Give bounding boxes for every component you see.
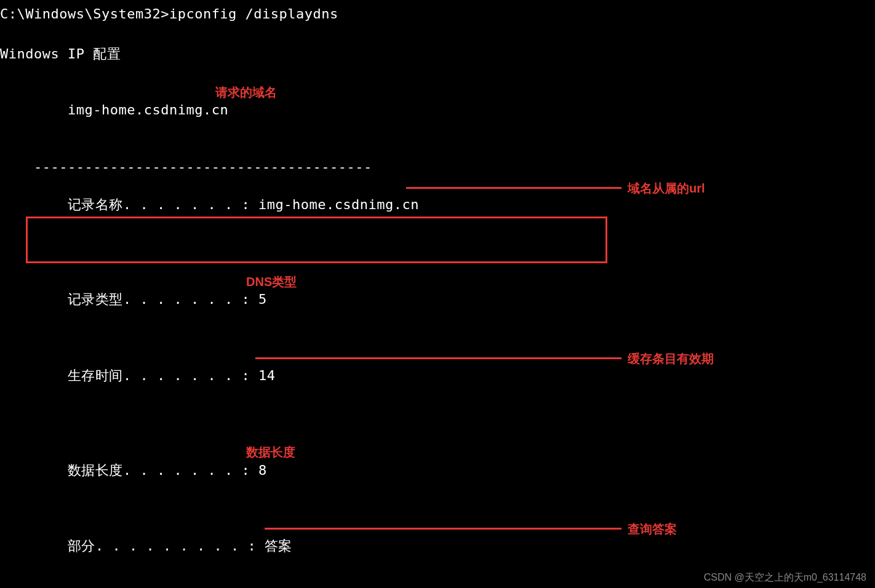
annotation-query-answer: 查询答案 bbox=[628, 520, 677, 538]
connector-line bbox=[265, 528, 621, 530]
record-section-value: 答案 bbox=[265, 538, 292, 554]
annotation-dns-type: DNS类型 bbox=[246, 273, 297, 290]
annotation-requested-domain: 请求的域名 bbox=[215, 84, 277, 101]
annotation-data-length: 数据长度 bbox=[246, 443, 295, 461]
watermark: CSDN @天空之上的天m0_63114748 bbox=[704, 571, 866, 584]
record-type-label: 记录类型. . . . . . . : bbox=[68, 292, 250, 307]
terminal-output: C:\Windows\System32>ipconfig /displaydns… bbox=[0, 0, 875, 588]
record-length-label: 数据长度. . . . . . . : bbox=[68, 463, 250, 478]
record-name-label: 记录名称. . . . . . . : bbox=[68, 197, 250, 212]
record-type-value: 5 bbox=[258, 292, 267, 307]
connector-line bbox=[255, 357, 621, 359]
record-length-row: 数据长度. . . . . . . : 8 数据长度 bbox=[0, 442, 875, 518]
annotation-url-belongs: 域名从属的url bbox=[628, 180, 705, 197]
record-ttl-row: 生存时间. . . . . . . : 14 缓存条目有效期 bbox=[0, 348, 875, 442]
section-domain: img-home.csdnimg.cn 请求的域名 bbox=[0, 82, 875, 158]
connector-line bbox=[406, 187, 621, 189]
record-length-value: 8 bbox=[258, 463, 267, 478]
divider-line: ---------------------------------------- bbox=[0, 158, 875, 177]
command-prompt: C:\Windows\System32>ipconfig /displaydns bbox=[0, 5, 875, 24]
highlight-box bbox=[26, 217, 607, 263]
record-name-value: img-home.csdnimg.cn bbox=[258, 197, 419, 212]
annotation-cache-ttl: 缓存条目有效期 bbox=[628, 350, 714, 367]
record-ttl-label: 生存时间. . . . . . . : bbox=[68, 368, 250, 383]
output-header: Windows IP 配置 bbox=[0, 45, 875, 64]
record-type-row: 记录类型. . . . . . . : 5 DNS类型 bbox=[0, 272, 875, 348]
domain-text: img-home.csdnimg.cn bbox=[68, 102, 228, 117]
record-ttl-value: 14 bbox=[258, 368, 276, 383]
record-section-label: 部分. . . . . . . . . : bbox=[68, 538, 256, 554]
